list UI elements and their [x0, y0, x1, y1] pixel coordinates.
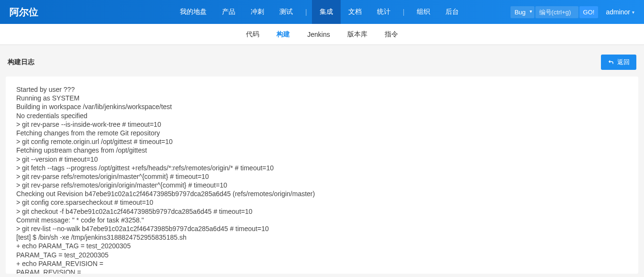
nav-item-4[interactable]: 集成: [312, 0, 341, 24]
build-log-output: Started by user ??? Running as SYSTEM Bu…: [6, 77, 638, 274]
nav-divider: |: [300, 8, 312, 16]
back-button-label: 返回: [617, 58, 630, 66]
subnav-item-0[interactable]: 代码: [237, 24, 268, 44]
panel-title: 构建日志: [8, 58, 34, 66]
content-area: 构建日志 返回 Started by user ??? Running as S…: [0, 45, 644, 277]
back-arrow-icon: [608, 59, 614, 66]
nav-divider: |: [398, 8, 410, 16]
search-user-controls: Bug GO! adminor: [511, 6, 634, 18]
sub-nav: 代码构建Jenkins版本库指令: [0, 24, 644, 45]
nav-item-6[interactable]: 统计: [369, 0, 398, 24]
search-type-select[interactable]: Bug: [511, 6, 534, 18]
subnav-item-1[interactable]: 构建: [268, 24, 299, 44]
search-input[interactable]: [535, 6, 578, 18]
nav-item-3[interactable]: 测试: [272, 0, 300, 24]
subnav-item-3[interactable]: 版本库: [339, 24, 376, 44]
content-header: 构建日志 返回: [6, 51, 638, 77]
nav-item-1[interactable]: 产品: [214, 0, 243, 24]
app-logo[interactable]: 阿尔位: [10, 6, 38, 19]
nav-item-0[interactable]: 我的地盘: [172, 0, 214, 24]
nav-item-8[interactable]: 后台: [438, 0, 466, 24]
search-go-button[interactable]: GO!: [579, 6, 599, 18]
subnav-item-4[interactable]: 指令: [376, 24, 407, 44]
nav-item-7[interactable]: 组织: [409, 0, 438, 24]
back-button[interactable]: 返回: [601, 55, 636, 70]
nav-item-2[interactable]: 冲刺: [243, 0, 272, 24]
user-menu[interactable]: adminor: [606, 8, 634, 16]
nav-item-5[interactable]: 文档: [341, 0, 369, 24]
subnav-item-2[interactable]: Jenkins: [299, 24, 338, 44]
top-navbar: 阿尔位 我的地盘产品冲刺测试|集成文档统计|组织后台 Bug GO! admin…: [0, 0, 644, 24]
main-nav: 我的地盘产品冲刺测试|集成文档统计|组织后台: [172, 0, 466, 24]
